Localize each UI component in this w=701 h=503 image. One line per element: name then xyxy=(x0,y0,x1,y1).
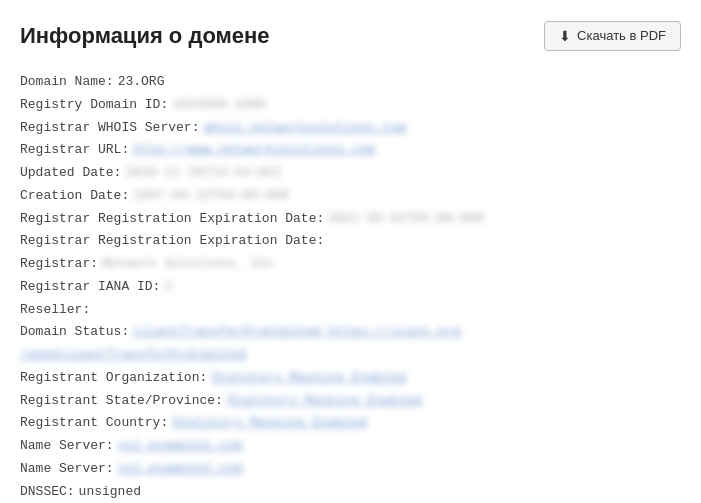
expiration-date1-value: 2021-05-01T05:00:000 xyxy=(328,208,484,231)
reg-state-label: Registrant State/Province: xyxy=(20,390,223,413)
domain-name-label: Domain Name: xyxy=(20,71,114,94)
updated-date-row: Updated Date: 2018-11-20T13:54:022 xyxy=(20,162,681,185)
domain-status-label: Domain Status: xyxy=(20,321,129,344)
dnssec-row: DNSSEC: unsigned xyxy=(20,481,681,503)
registrar-row: Registrar: Network Solutions, Inc xyxy=(20,253,681,276)
ns1-value: ns1.example1.com xyxy=(118,435,243,458)
ns1-label: Name Server: xyxy=(20,435,114,458)
reg-org-value: Statutory Masking Enabled xyxy=(211,367,406,390)
ns2-value: ns2.example2.com xyxy=(118,458,243,481)
updated-date-label: Updated Date: xyxy=(20,162,121,185)
main-container: Информация о домене ⬇ Скачать в PDF Doma… xyxy=(0,0,701,503)
registrar-whois-label: Registrar WHOIS Server: xyxy=(20,117,199,140)
registry-id-row: Registry Domain ID: 1034566-1808 xyxy=(20,94,681,117)
ns1-row: Name Server: ns1.example1.com xyxy=(20,435,681,458)
registry-id-label: Registry Domain ID: xyxy=(20,94,168,117)
registrar-label: Registrar: xyxy=(20,253,98,276)
domain-status-value: clientTransferProhibited https://icann.o… xyxy=(133,321,461,344)
reg-org-row: Registrant Organization: Statutory Maski… xyxy=(20,367,681,390)
registrar-url-row: Registrar URL: http://www.networksolutio… xyxy=(20,139,681,162)
registrar-url-label: Registrar URL: xyxy=(20,139,129,162)
creation-date-label: Creation Date: xyxy=(20,185,129,208)
expiration-date1-label: Registrar Registration Expiration Date: xyxy=(20,208,324,231)
download-pdf-button[interactable]: ⬇ Скачать в PDF xyxy=(544,21,681,51)
domain-name-value: 23.ORG xyxy=(118,71,165,94)
iana-id-row: Registrar IANA ID: 2 xyxy=(20,276,681,299)
ns2-row: Name Server: ns2.example2.com xyxy=(20,458,681,481)
reg-country-value: Statutory Masking Enabled xyxy=(172,412,367,435)
page-title: Информация о домене xyxy=(20,18,270,53)
domain-status-suffix-row: /epp#clientTransferProhibited xyxy=(20,344,681,367)
whois-block: Domain Name: 23.ORG Registry Domain ID: … xyxy=(20,71,681,503)
registrar-whois-value: whois.networksolutions.com xyxy=(203,117,406,140)
expiration-date2-label: Registrar Registration Expiration Date: xyxy=(20,230,324,253)
domain-status-row: Domain Status: clientTransferProhibited … xyxy=(20,321,681,344)
reg-state-value: Statutory Masking Enabled xyxy=(227,390,422,413)
domain-status-link: clientTransferProhibited https://icann.o… xyxy=(133,324,461,339)
creation-date-value: 1997-04-22T04:00:000 xyxy=(133,185,289,208)
registrar-value: Network Solutions, Inc xyxy=(102,253,274,276)
download-btn-label: Скачать в PDF xyxy=(577,28,666,43)
registry-id-value: 1034566-1808 xyxy=(172,94,266,117)
ns2-label: Name Server: xyxy=(20,458,114,481)
download-icon: ⬇ xyxy=(559,28,571,44)
expiration-date1-row: Registrar Registration Expiration Date: … xyxy=(20,208,681,231)
iana-id-label: Registrar IANA ID: xyxy=(20,276,160,299)
reg-state-row: Registrant State/Province: Statutory Mas… xyxy=(20,390,681,413)
reseller-row: Reseller: xyxy=(20,299,681,322)
header: Информация о домене ⬇ Скачать в PDF xyxy=(20,18,681,53)
reseller-label: Reseller: xyxy=(20,299,90,322)
domain-status-suffix: /epp#clientTransferProhibited xyxy=(20,344,246,367)
reg-country-row: Registrant Country: Statutory Masking En… xyxy=(20,412,681,435)
updated-date-value: 2018-11-20T13:54:022 xyxy=(125,162,281,185)
dnssec-label: DNSSEC: xyxy=(20,481,75,503)
domain-name-row: Domain Name: 23.ORG xyxy=(20,71,681,94)
reg-org-label: Registrant Organization: xyxy=(20,367,207,390)
registrar-url-value: http://www.networksolutions.com xyxy=(133,139,375,162)
creation-date-row: Creation Date: 1997-04-22T04:00:000 xyxy=(20,185,681,208)
iana-id-value: 2 xyxy=(164,276,172,299)
dnssec-value: unsigned xyxy=(79,481,141,503)
registrar-whois-row: Registrar WHOIS Server: whois.networksol… xyxy=(20,117,681,140)
reg-country-label: Registrant Country: xyxy=(20,412,168,435)
expiration-date2-row: Registrar Registration Expiration Date: xyxy=(20,230,681,253)
